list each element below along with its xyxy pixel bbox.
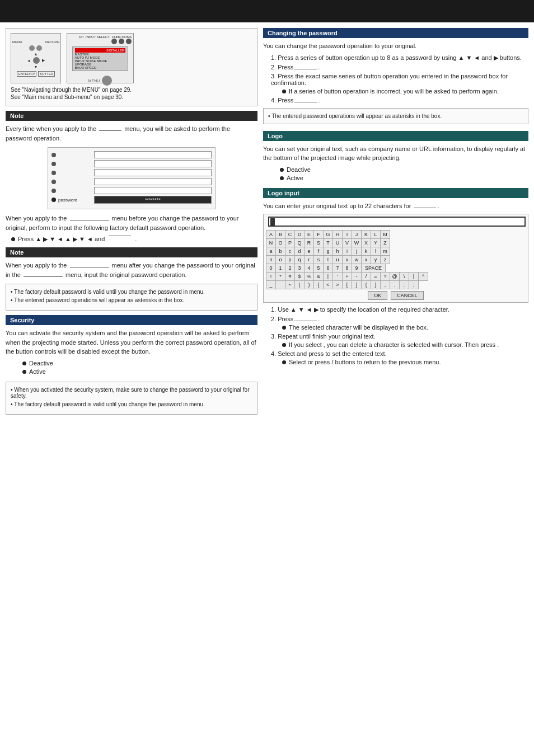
char-input-field: [268, 217, 526, 227]
left-note3-box: • The factory default password is valid …: [6, 284, 257, 311]
password-menu-diagram: password ********: [48, 147, 216, 209]
left-note3-item2: • The entered password operations will a…: [11, 297, 252, 303]
right-step4: 4. Press.: [271, 97, 528, 104]
right-note1-box: • The entered password operations will a…: [263, 108, 528, 124]
right-note1-bullet: •: [268, 113, 270, 119]
logo-step4: 4. Select and press to set the entered t…: [271, 350, 528, 365]
left-bullet-press: Press ▲ ▶ ▼ ◄ ▲ ▶ ▼ ◄ and .: [11, 236, 257, 243]
change-password-header: Changing the password: [263, 28, 528, 38]
change-password-section: Changing the password You can change the…: [263, 28, 528, 124]
security-body: You can activate the security system and…: [6, 328, 257, 356]
char-btn-row: OK CANCEL: [266, 291, 526, 300]
diagram-bullet-2: See "Main menu and Sub-menu" on page 30.: [11, 94, 252, 100]
diagram-bullet-1: See "Navigating through the MENU" on pag…: [11, 87, 252, 93]
left-column: MENURETURN ▲ ◄: [6, 28, 257, 419]
char-row-4: n o p q r s t u v w x y z: [266, 255, 526, 264]
diagram-bullets: See "Navigating through the MENU" on pag…: [11, 87, 252, 100]
right-column: Changing the password You can change the…: [263, 28, 528, 419]
logo-step3: 3. Repeat until finish your original tex…: [271, 333, 528, 348]
left-note4-item1: • When you activated the security system…: [11, 387, 252, 399]
logo-body: You can set your original text, such as …: [263, 144, 528, 163]
logo-step1: 1. Use ▲ ▼ ◄ ▶ to specify the location o…: [271, 306, 528, 313]
char-btn-ok[interactable]: OK: [368, 291, 387, 300]
logo-step2: 2. Press. The selected character will be…: [271, 316, 528, 331]
left-note2-body: When you apply to the menu after you cha…: [6, 261, 257, 279]
logo-input-header: Logo input: [263, 188, 528, 198]
char-row-6: ! * # $ % & | ' + - / = ? @ \: [266, 272, 526, 280]
page-header: [0, 0, 534, 22]
remote-diagram-2: D/IINPUT SELECTFUNCTIONS INSTALLER MASTE…: [67, 33, 134, 83]
right-step3-sub: If a series of button operation is incor…: [282, 88, 528, 95]
logo-options: Deactive Active: [280, 166, 528, 181]
logo-input-body: You can enter your original text up to 2…: [263, 201, 528, 211]
left-note4-item2: • The factory default password is valid …: [11, 401, 252, 407]
left-body1: When you apply to the menu before you ch…: [6, 214, 257, 232]
security-header: Security: [6, 315, 257, 325]
right-step3: 3. Press the exact same series of button…: [271, 73, 528, 95]
remote-diagram-1: MENURETURN ▲ ◄: [11, 33, 61, 83]
logo-step3-sub: If you select , you can delete a charact…: [282, 341, 528, 348]
char-row-5: 0 1 2 3 4 5 6 7 8 9 SPACE: [266, 264, 526, 272]
logo-header: Logo: [263, 131, 528, 141]
password-asterisks: ********: [145, 197, 161, 203]
char-row-7: _ ~ ( ) { < > [ ] { } , . :: [266, 280, 526, 289]
security-section: Security You can activate the security s…: [6, 315, 257, 375]
left-note3-item1: • The factory default password is valid …: [11, 289, 252, 295]
right-step2: 2. Press.: [271, 64, 528, 71]
diagram-box: MENURETURN ▲ ◄: [6, 28, 257, 106]
char-row-1: A B C D E F G H I J K L M: [266, 230, 526, 238]
right-step1: 1. Press a series of button operation up…: [271, 54, 528, 62]
security-options: Deactive Active: [22, 360, 257, 375]
char-table-wrapper: A B C D E F G H I J K L M: [263, 214, 528, 303]
left-note-body: Every time when you apply to the menu, y…: [6, 124, 257, 143]
logo-step2-sub: The selected character will be displayed…: [282, 324, 528, 331]
left-note-header: Note: [6, 111, 257, 121]
char-btn-cancel[interactable]: CANCEL: [391, 291, 424, 300]
logo-step4-sub: Select or press / buttons to return to t…: [282, 359, 528, 365]
left-note4-box: • When you activated the security system…: [6, 382, 257, 415]
logo-input-section: Logo input You can enter your original t…: [263, 188, 528, 366]
left-note2-header: Note: [6, 247, 257, 257]
logo-section: Logo You can set your original text, suc…: [263, 131, 528, 181]
char-grid: A B C D E F G H I J K L M: [266, 230, 526, 289]
char-row-3: a b c d e f g h i j k l m: [266, 247, 526, 255]
char-row-2: N O P Q R S T U V W X Y Z: [266, 238, 526, 247]
change-password-body: You can change the password operation to…: [263, 41, 528, 51]
